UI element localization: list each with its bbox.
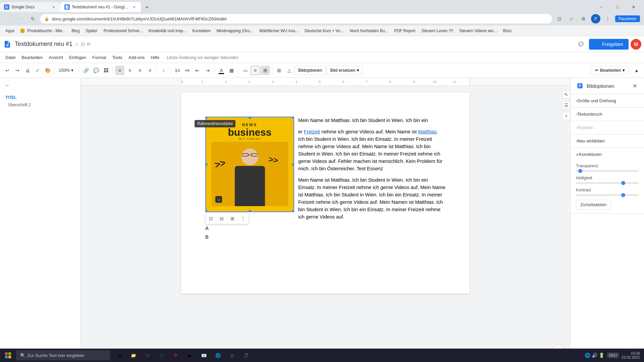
bookmark-prof[interactable]: Professionell Schrei...: [101, 27, 145, 35]
new-tab-button[interactable]: +: [142, 3, 152, 12]
handle-middle-right[interactable]: [292, 163, 294, 166]
undo-button[interactable]: ↩: [3, 66, 12, 75]
print-button[interactable]: 🖨: [23, 66, 32, 75]
section-groesse-header[interactable]: › Größe und Drehung: [571, 94, 644, 107]
handle-middle-left[interactable]: [205, 163, 207, 166]
tab-close-1[interactable]: ✕: [51, 4, 56, 10]
outline-back-button[interactable]: ←: [3, 80, 12, 90]
transparenz-thumb[interactable]: [578, 169, 582, 173]
align-left-button[interactable]: ≡: [115, 66, 124, 75]
doc-image-container[interactable]: NEWS business MIT TOBIAS >> >>: [205, 117, 294, 212]
taskbar-excel[interactable]: X: [155, 349, 168, 362]
section-einfarben-header[interactable]: › Neu einfärben: [571, 134, 644, 147]
volume-icon[interactable]: 🔊: [592, 353, 597, 358]
menu-einfuegen[interactable]: Einfügen: [66, 54, 89, 61]
forward-button[interactable]: →: [16, 14, 25, 23]
indent-less-button[interactable]: ⇤: [193, 66, 202, 75]
panel-close-button[interactable]: ✕: [631, 82, 639, 90]
bookmark-steuern-vid[interactable]: Steuern Videos wic...: [457, 27, 500, 35]
helligkeit-thumb[interactable]: [621, 181, 625, 185]
menu-format[interactable]: Format: [90, 54, 109, 61]
zoom-select[interactable]: 150% ▾: [57, 66, 77, 75]
handle-top-left[interactable]: [205, 117, 207, 119]
kontrast-thumb[interactable]: [621, 193, 625, 197]
bildoptionen-button[interactable]: Bildoptionen: [294, 66, 326, 75]
start-button[interactable]: [0, 349, 16, 362]
outline-title-item[interactable]: TITEL: [3, 94, 77, 101]
taskbar-app5[interactable]: ▶: [183, 349, 197, 362]
bookmark-apps[interactable]: Apps: [3, 27, 17, 35]
cast-icon[interactable]: ⊡: [555, 14, 564, 23]
list-unordered-button[interactable]: •≡: [183, 66, 192, 75]
img-tb-more[interactable]: ⋮: [238, 213, 249, 224]
paint-button[interactable]: 🎨: [43, 66, 52, 75]
taskbar-search[interactable]: 🔍 Zur Suche Text hier eingeben: [16, 350, 110, 360]
align-center-button[interactable]: ≡: [125, 66, 135, 75]
back-button[interactable]: ←: [4, 14, 13, 23]
tab-google-docs[interactable]: G Google Docs ✕: [0, 2, 60, 12]
bookmark-pdf[interactable]: PDF Report: [391, 27, 418, 35]
taskbar-task-view[interactable]: ⊞: [113, 349, 126, 362]
bookmark-wahlfaecher[interactable]: Wahlfächer WU Aus...: [257, 27, 301, 35]
link-freizeit[interactable]: Freizeit: [304, 129, 320, 134]
crop-button[interactable]: ⊞: [274, 66, 284, 75]
minimize-button[interactable]: −: [594, 2, 609, 12]
pausieren-button[interactable]: Pausieren: [615, 15, 640, 22]
text-color-button[interactable]: A: [217, 66, 226, 75]
outline-h2-item[interactable]: Überschrift 2: [3, 101, 77, 109]
taskbar-app7[interactable]: 🌐: [211, 349, 225, 362]
handle-top-right[interactable]: [292, 117, 294, 119]
align-right-button[interactable]: ≡: [135, 66, 145, 75]
section-korrekturen-header[interactable]: ∨ Korrekturen: [571, 148, 644, 161]
kontrast-slider[interactable]: [576, 194, 639, 196]
battery-icon[interactable]: 🔋: [599, 353, 604, 358]
border-width-button[interactable]: ≡: [251, 66, 260, 75]
menu-ansicht[interactable]: Ansicht: [46, 54, 66, 61]
network-icon[interactable]: 🌐: [585, 353, 590, 358]
star-icon[interactable]: ☆: [567, 14, 576, 23]
doc-area[interactable]: 2 1 1 2 3 4 5 6 7 8 9 10 11: [80, 78, 570, 362]
doc-title[interactable]: Textdokument neu #1: [15, 41, 72, 48]
menu-tools[interactable]: Tools: [109, 54, 125, 61]
section-position-header[interactable]: › Position: [571, 121, 644, 134]
sync-icon[interactable]: ⟳: [87, 42, 91, 47]
line-spacing-button[interactable]: ↕: [159, 66, 168, 75]
taskbar-word[interactable]: W: [141, 349, 154, 362]
img-tb-wrap-inline[interactable]: ⊡: [206, 213, 216, 224]
indent-more-button[interactable]: ⇥: [203, 66, 212, 75]
comments-button[interactable]: 💬: [575, 38, 587, 50]
menu-icon[interactable]: ⋮: [603, 14, 612, 23]
move-icon[interactable]: ⊡: [81, 42, 85, 47]
comment-button[interactable]: 💬: [91, 66, 101, 75]
edit-mode-button[interactable]: ✏ Bearbeiten ▾: [591, 66, 629, 74]
transparenz-slider[interactable]: [576, 170, 639, 172]
close-button[interactable]: ✕: [626, 2, 641, 12]
reload-button[interactable]: ↻: [28, 14, 38, 23]
border-dash-button[interactable]: ⊞: [261, 66, 270, 75]
share-button[interactable]: 👤 Freigeben: [589, 39, 629, 50]
menu-addons[interactable]: Add-ons: [126, 54, 147, 61]
user-avatar[interactable]: M: [631, 39, 641, 50]
taskbar-powerpoint[interactable]: P: [169, 349, 182, 362]
spellcheck-button[interactable]: ✓: [33, 66, 42, 75]
list-ordered-button[interactable]: 1≡: [173, 66, 182, 75]
menu-hilfe[interactable]: Hilfe: [148, 54, 162, 61]
bookmark-deutsche[interactable]: Deutsche Kurs + Vo...: [302, 27, 346, 35]
bookmark-produktsuche[interactable]: Produktsuche - Mer...: [18, 27, 68, 35]
image-button[interactable]: 🖼: [101, 66, 111, 75]
helligkeit-slider[interactable]: [576, 182, 639, 184]
taskbar-file-explorer[interactable]: 📁: [127, 349, 140, 362]
bookmark-buero[interactable]: Büro: [500, 27, 514, 35]
taskbar-app6[interactable]: 📧: [197, 349, 211, 362]
collapse-panel-button[interactable]: ▲: [632, 66, 641, 75]
bild-ersetzen-button[interactable]: Bild ersetzen ▾: [327, 66, 363, 75]
menu-datei[interactable]: Datei: [3, 54, 18, 61]
extensions-icon[interactable]: ⚙: [579, 14, 588, 23]
bookmark-steuern[interactable]: Steuern Lesen !!!!: [419, 27, 456, 35]
bookmark-kursideen[interactable]: Kursideen: [190, 27, 213, 35]
align-justify-button[interactable]: ≡: [145, 66, 155, 75]
language-badge[interactable]: DEU: [607, 353, 619, 358]
reset-button[interactable]: Zurücksetzen: [576, 200, 611, 209]
border-color-button[interactable]: ▭: [240, 66, 250, 75]
maximize-button[interactable]: □: [610, 2, 625, 12]
